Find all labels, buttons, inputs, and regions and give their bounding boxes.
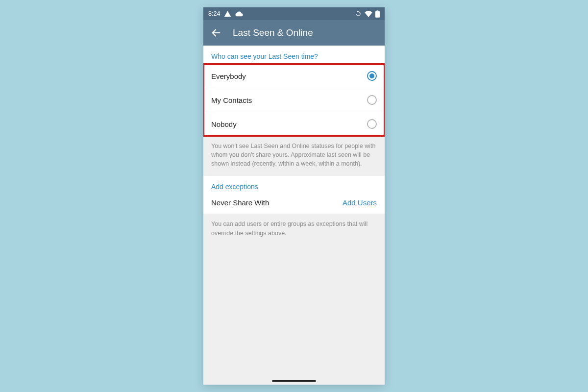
warning-icon bbox=[224, 10, 231, 18]
section-header-add-exceptions: Add exceptions bbox=[203, 176, 385, 194]
radio-selected-icon bbox=[367, 71, 377, 81]
app-bar: Last Seen & Online bbox=[203, 20, 385, 46]
back-button[interactable] bbox=[210, 27, 222, 39]
never-share-with-label: Never Share With bbox=[211, 198, 269, 207]
option-label: Nobody bbox=[211, 120, 237, 128]
cloud-icon bbox=[235, 11, 243, 17]
rotate-icon bbox=[355, 10, 362, 17]
option-label: Everybody bbox=[211, 72, 246, 80]
home-indicator[interactable] bbox=[272, 380, 316, 382]
radio-unselected-icon bbox=[367, 95, 377, 105]
never-share-with-row[interactable]: Never Share With Add Users bbox=[203, 194, 385, 214]
section-header-who-can-see: Who can see your Last Seen time? bbox=[203, 46, 385, 64]
status-bar: 8:24 bbox=[203, 7, 385, 20]
wifi-icon bbox=[365, 11, 372, 17]
page-title: Last Seen & Online bbox=[233, 27, 313, 38]
add-users-link[interactable]: Add Users bbox=[343, 198, 377, 207]
status-time: 8:24 bbox=[208, 10, 220, 17]
battery-icon bbox=[375, 10, 380, 18]
info-text-reciprocity: You won't see Last Seen and Online statu… bbox=[203, 136, 385, 176]
last-seen-options: Everybody My Contacts Nobody bbox=[203, 64, 385, 136]
info-text-exceptions: You can add users or entire groups as ex… bbox=[203, 214, 385, 245]
radio-unselected-icon bbox=[367, 119, 377, 129]
phone-frame: 8:24 Last Seen & Online Who ca bbox=[203, 7, 385, 385]
option-everybody[interactable]: Everybody bbox=[203, 64, 385, 88]
option-nobody[interactable]: Nobody bbox=[203, 112, 385, 136]
option-label: My Contacts bbox=[211, 96, 252, 104]
option-my-contacts[interactable]: My Contacts bbox=[203, 88, 385, 112]
